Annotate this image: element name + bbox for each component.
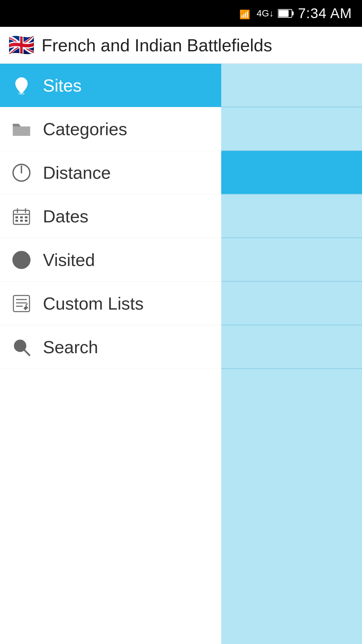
nav-item-visited[interactable]: Visited xyxy=(0,238,221,282)
right-row-3 xyxy=(221,151,362,195)
svg-point-5 xyxy=(19,81,24,86)
custom-lists-label: Custom Lists xyxy=(43,293,144,314)
checkmark-icon xyxy=(8,247,35,273)
svg-rect-13 xyxy=(15,216,18,218)
right-row-5 xyxy=(221,238,362,282)
status-icons: 📶 4G↓ 7:34 AM xyxy=(239,5,352,21)
nav-item-categories[interactable]: Categories xyxy=(0,107,221,151)
nav-item-custom-lists[interactable]: Custom Lists xyxy=(0,282,221,325)
distance-label: Distance xyxy=(43,163,111,183)
status-bar: 📶 4G↓ 7:34 AM xyxy=(0,0,362,27)
signal-icon: 📶 xyxy=(239,7,253,19)
svg-line-26 xyxy=(24,350,29,355)
location-pin-icon xyxy=(8,72,35,99)
right-row-6 xyxy=(221,282,362,325)
right-row-1 xyxy=(221,64,362,107)
app-title: French and Indian Battlefields xyxy=(42,35,272,55)
battery-icon xyxy=(278,9,294,18)
svg-rect-14 xyxy=(20,216,23,218)
search-icon xyxy=(8,334,35,361)
network-icon: 4G↓ xyxy=(257,8,274,19)
categories-label: Categories xyxy=(43,119,127,139)
status-time: 7:34 AM xyxy=(298,5,352,21)
sites-label: Sites xyxy=(43,75,82,96)
svg-rect-18 xyxy=(25,220,27,222)
nav-item-search[interactable]: Search xyxy=(0,325,221,369)
nav-item-distance[interactable]: Distance xyxy=(0,151,221,195)
right-row-2 xyxy=(221,107,362,151)
nav-panel: Sites Categories Distance xyxy=(0,64,221,644)
distance-icon xyxy=(8,159,35,186)
visited-label: Visited xyxy=(43,250,95,270)
svg-rect-2 xyxy=(292,11,294,15)
folder-icon xyxy=(8,116,35,143)
nav-item-dates[interactable]: Dates xyxy=(0,195,221,238)
right-row-4 xyxy=(221,195,362,238)
svg-rect-16 xyxy=(15,220,18,222)
list-edit-icon xyxy=(8,290,35,317)
svg-rect-15 xyxy=(25,216,27,218)
dates-label: Dates xyxy=(43,206,88,226)
flag-icon: 🇬🇧 xyxy=(8,33,35,58)
calendar-icon xyxy=(8,203,35,230)
svg-rect-3 xyxy=(279,10,289,17)
svg-rect-17 xyxy=(20,220,23,222)
nav-item-sites[interactable]: Sites xyxy=(0,64,221,107)
right-row-7 xyxy=(221,325,362,369)
right-panel xyxy=(221,64,362,644)
main-layout: Sites Categories Distance xyxy=(0,64,362,644)
app-header: 🇬🇧 French and Indian Battlefields xyxy=(0,27,362,64)
search-label: Search xyxy=(43,337,98,357)
svg-line-24 xyxy=(25,304,27,306)
svg-text:📶: 📶 xyxy=(239,9,250,19)
